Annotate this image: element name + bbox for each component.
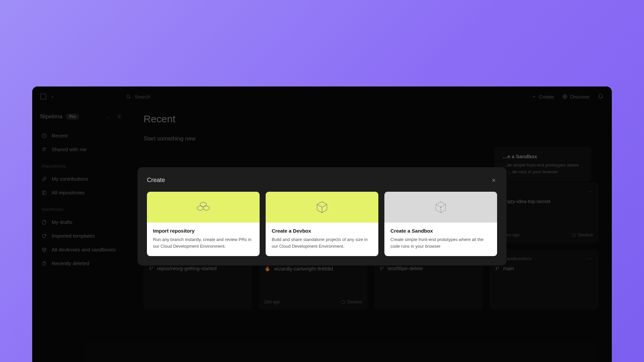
card-desc: Run any branch instantly, create and rev… <box>153 236 254 249</box>
app-window: ▾ Create Discover filipelima Pro ⌄ <box>32 86 612 362</box>
close-icon <box>491 178 496 183</box>
close-button[interactable] <box>490 177 497 184</box>
card-desc: Create simple front-end prototypes where… <box>390 236 491 249</box>
card-title: Create a Devbox <box>272 228 372 234</box>
boxes-icon <box>196 200 211 215</box>
create-devbox-card[interactable]: Create a Devbox Build and share standalo… <box>266 192 378 256</box>
create-modal: Create Import repository Run any branch … <box>138 167 506 265</box>
card-title: Import repository <box>153 228 254 234</box>
card-hero <box>384 192 497 223</box>
modal-header: Create <box>147 177 497 184</box>
card-title: Create a Sandbox <box>390 228 491 234</box>
card-desc: Build and share standalone projects of a… <box>272 236 372 249</box>
card-hero <box>266 192 378 223</box>
card-hero <box>147 192 260 223</box>
dashed-cube-icon <box>433 200 448 215</box>
create-sandbox-card[interactable]: Create a Sandbox Create simple front-end… <box>384 192 497 256</box>
modal-cards: Import repository Run any branch instant… <box>147 192 497 256</box>
modal-title: Create <box>147 177 165 184</box>
cube-icon <box>315 200 329 215</box>
import-repository-card[interactable]: Import repository Run any branch instant… <box>147 192 260 256</box>
